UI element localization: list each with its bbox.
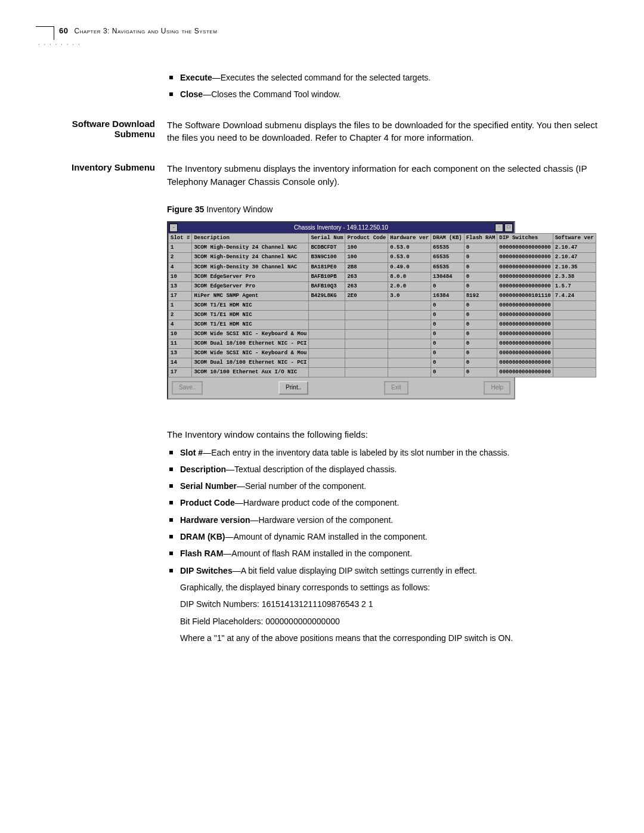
list-item: Close—Closes the Command Tool window. — [167, 88, 608, 100]
table-row[interactable]: 113COM Dual 10/100 Ethernet NIC - PCI000… — [169, 339, 596, 348]
term: DIP Switches — [180, 566, 233, 575]
col-header: Flash RAM — [464, 234, 497, 243]
cell: 2E0 — [345, 291, 388, 301]
window-button[interactable]: · — [495, 224, 503, 232]
cell: 0 — [431, 320, 465, 329]
term-desc: —Each entry in the inventory data table … — [203, 448, 509, 457]
cell: 2.10.47 — [553, 243, 596, 253]
cell: 0 — [431, 358, 465, 368]
table-row[interactable]: 13COM High-Density 24 Channel NACBCDBCFD… — [169, 243, 596, 253]
cell: 0 — [464, 329, 497, 339]
cell: 0 — [431, 339, 465, 348]
table-row[interactable]: 103COM Wide SCSI NIC - Keyboard & Mou000… — [169, 329, 596, 339]
list-item: Flash RAM—Amount of flash RAM installed … — [167, 547, 608, 559]
cell: 263 — [345, 281, 388, 291]
figure-number: Figure 35 — [167, 205, 204, 214]
table-row[interactable]: 23COM T1/E1 HDM NIC000000000000000000 — [169, 310, 596, 320]
term: Close — [180, 89, 203, 99]
table-row[interactable]: 173COM 10/100 Ethernet Aux I/O NIC000000… — [169, 368, 596, 377]
exit-button[interactable]: Exit — [384, 381, 408, 395]
dip-extra-3: Bit Field Placeholders: 0000000000000000 — [180, 615, 608, 627]
cell: 100 — [345, 253, 388, 262]
cell: 3COM T1/E1 HDM NIC — [192, 310, 309, 320]
table-row[interactable]: 43COM T1/E1 HDM NIC000000000000000000 — [169, 320, 596, 329]
cell: 3COM Wide SCSI NIC - Keyboard & Mou — [192, 329, 309, 339]
cell: 0 — [431, 368, 465, 377]
term-desc: —Textual description of the displayed ch… — [226, 465, 397, 474]
col-header: Software ver — [553, 234, 596, 243]
cell: 2B8 — [345, 262, 388, 272]
cell: 100 — [345, 243, 388, 253]
cell — [345, 339, 388, 348]
window-menu-icon[interactable]: - — [169, 224, 178, 232]
table-row[interactable]: 13COM T1/E1 HDM NIC000000000000000000 — [169, 301, 596, 310]
cell — [388, 368, 431, 377]
cell: 3COM 10/100 Ethernet Aux I/O NIC — [192, 368, 309, 377]
cell — [345, 329, 388, 339]
page-header: 60 Chapter 3: Navigating and Using the S… — [36, 24, 608, 38]
cell — [309, 339, 345, 348]
table-row[interactable]: 103COM EdgeServer ProBAFB10PB2638.0.0130… — [169, 272, 596, 281]
cell: 0 — [464, 310, 497, 320]
top-bullet-list: Execute—Executes the selected command fo… — [167, 72, 608, 101]
cell: 0000000000000000 — [497, 281, 553, 291]
term-desc: —Hardware product code of the component. — [235, 498, 400, 507]
cell: 2 — [169, 253, 192, 262]
save-button[interactable]: Save.. — [172, 381, 203, 395]
cell: 3COM Dual 10/100 Ethernet NIC - PCI — [192, 358, 309, 368]
cell — [388, 348, 431, 358]
cell: 0000000000000000 — [497, 253, 553, 262]
col-header: Hardware ver — [388, 234, 431, 243]
cell: 8192 — [464, 291, 497, 301]
list-item: Slot #—Each entry in the inventory data … — [167, 447, 608, 459]
cell: 0 — [464, 348, 497, 358]
cell — [388, 329, 431, 339]
print-button[interactable]: Print.. — [278, 381, 308, 395]
cell — [345, 368, 388, 377]
window-button[interactable]: □ — [504, 224, 513, 232]
list-item: Hardware version—Hardware version of the… — [167, 514, 608, 526]
col-header: Serial Num — [309, 234, 345, 243]
list-item: Execute—Executes the selected command fo… — [167, 72, 608, 83]
cell — [345, 358, 388, 368]
cell: HiPer NMC SNMP Agent — [192, 291, 309, 301]
cell: 13 — [169, 281, 192, 291]
cell: 3COM EdgeServer Pro — [192, 272, 309, 281]
cell: 3COM EdgeServer Pro — [192, 281, 309, 291]
cell — [553, 329, 596, 339]
help-button[interactable]: Help — [484, 381, 510, 395]
cell: 7.4.24 — [553, 291, 596, 301]
cell: 3COM High-Density 24 Channel NAC — [192, 243, 309, 253]
cell — [309, 301, 345, 310]
window-titlebar: - Chassis Inventory - 149.112.250.10 ·□ — [168, 222, 514, 234]
table-row[interactable]: 133COM EdgeServer ProBAFB10Q32632.0.0000… — [169, 281, 596, 291]
table-row[interactable]: 17HiPer NMC SNMP AgentB429L8KG2E03.01638… — [169, 291, 596, 301]
cell: 3COM T1/E1 HDM NIC — [192, 320, 309, 329]
cell: 0.49.0 — [388, 262, 431, 272]
cell: 3.0 — [388, 291, 431, 301]
cell: 2.3.38 — [553, 272, 596, 281]
table-row[interactable]: 143COM Dual 10/100 Ethernet NIC - PCI000… — [169, 358, 596, 368]
cell: BAFB10PB — [309, 272, 345, 281]
list-item: Serial Number—Serial number of the compo… — [167, 480, 608, 492]
cell: 0000000000000000 — [497, 243, 553, 253]
cell: 0 — [464, 262, 497, 272]
window-title: Chassis Inventory - 149.112.250.10 — [294, 224, 388, 233]
cell — [345, 320, 388, 329]
cell: 65535 — [431, 253, 465, 262]
section-label-inventory: Inventory Submenu — [36, 162, 167, 400]
cell: 0000000000000000 — [497, 262, 553, 272]
cell — [309, 348, 345, 358]
list-item: Product Code—Hardware product code of th… — [167, 497, 608, 509]
col-header: Product Code — [345, 234, 388, 243]
section-body-software: The Software Download submenu displays t… — [167, 119, 608, 145]
cell: 0 — [464, 358, 497, 368]
term: Flash RAM — [180, 549, 223, 558]
page-number: 60 — [59, 26, 68, 35]
table-row[interactable]: 23COM High-Density 24 Channel NACB3N9C10… — [169, 253, 596, 262]
fields-list: Slot #—Each entry in the inventory data … — [167, 447, 608, 577]
table-row[interactable]: 133COM Wide SCSI NIC - Keyboard & Mou000… — [169, 348, 596, 358]
cell — [309, 310, 345, 320]
table-row[interactable]: 43COM High-Density 30 Channel NACBA181PE… — [169, 262, 596, 272]
inventory-window: - Chassis Inventory - 149.112.250.10 ·□ … — [167, 221, 515, 400]
